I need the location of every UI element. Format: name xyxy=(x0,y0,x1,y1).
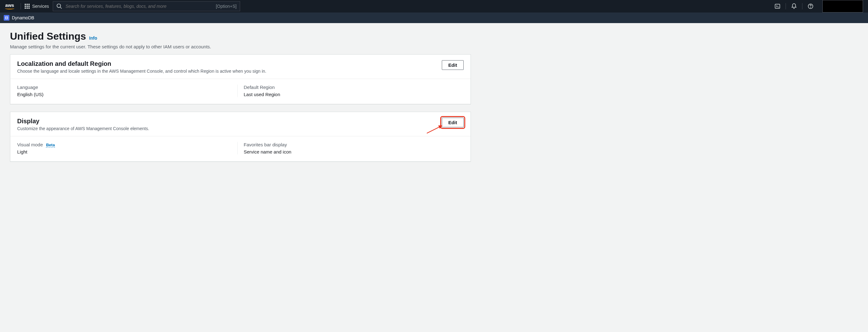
aws-logo[interactable]: aws xyxy=(5,3,14,9)
svg-point-0 xyxy=(57,4,61,8)
favorites-field: Favorites bar display Service name and i… xyxy=(237,142,464,155)
svg-line-1 xyxy=(60,7,62,9)
notifications-icon[interactable] xyxy=(791,3,797,9)
localization-desc: Choose the language and locale settings … xyxy=(17,69,266,74)
display-desc: Customize the appearance of AWS Manageme… xyxy=(17,126,149,131)
main-content: Unified Settings Info Manage settings fo… xyxy=(0,23,481,177)
region-field: Default Region Last used Region xyxy=(237,85,464,97)
services-label: Services xyxy=(32,4,49,9)
breadcrumb-service[interactable]: DynamoDB xyxy=(12,15,34,20)
localization-title: Localization and default Region xyxy=(17,60,266,67)
localization-panel: Localization and default Region Choose t… xyxy=(10,54,471,104)
visual-mode-label: Visual mode Beta xyxy=(17,142,231,147)
search-input[interactable] xyxy=(66,4,213,9)
display-panel: Display Customize the appearance of AWS … xyxy=(10,112,471,162)
edit-localization-button[interactable]: Edit xyxy=(442,60,464,70)
language-field: Language English (US) xyxy=(17,85,237,97)
page-subtitle: Manage settings for the current user. Th… xyxy=(10,44,471,49)
divider xyxy=(21,3,21,9)
divider xyxy=(785,3,786,9)
display-title: Display xyxy=(17,118,149,125)
edit-display-button[interactable]: Edit xyxy=(442,118,464,127)
breadcrumb-bar: DynamoDB xyxy=(0,12,868,23)
svg-point-6 xyxy=(5,16,8,18)
page-title: Unified Settings xyxy=(10,31,86,42)
favorites-label: Favorites bar display xyxy=(244,142,458,147)
dynamodb-icon xyxy=(4,15,9,21)
account-region-section[interactable] xyxy=(823,0,863,12)
language-label: Language xyxy=(17,85,231,90)
region-value: Last used Region xyxy=(244,92,458,97)
grid-icon xyxy=(25,4,30,9)
top-nav: aws Services [Option+S] xyxy=(0,0,868,12)
topnav-right xyxy=(774,0,863,12)
visual-mode-value: Light xyxy=(17,149,231,155)
beta-badge[interactable]: Beta xyxy=(46,142,55,147)
info-link[interactable]: Info xyxy=(89,36,97,40)
help-icon[interactable] xyxy=(807,3,814,9)
divider xyxy=(802,3,802,9)
services-menu-button[interactable]: Services xyxy=(25,4,49,9)
region-label: Default Region xyxy=(244,85,458,90)
search-icon xyxy=(56,3,62,9)
visual-mode-field: Visual mode Beta Light xyxy=(17,142,237,155)
page-header: Unified Settings Info Manage settings fo… xyxy=(10,31,471,49)
cloudshell-icon[interactable] xyxy=(774,3,781,9)
search-kbd-hint: [Option+S] xyxy=(216,4,237,9)
favorites-value: Service name and icon xyxy=(244,149,458,155)
search-box[interactable]: [Option+S] xyxy=(53,1,240,11)
language-value: English (US) xyxy=(17,92,231,97)
